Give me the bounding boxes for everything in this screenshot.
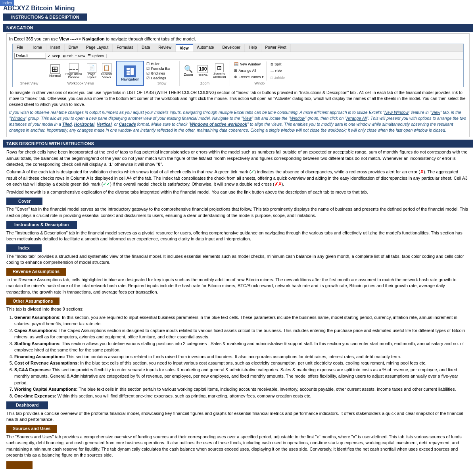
ribbon-tab-powerpivot[interactable]: Power Pivot	[261, 44, 291, 52]
ribbon-tab-formulas[interactable]: Formulas	[113, 44, 138, 52]
revenue-tab-label[interactable]: Revenue Assumptions	[6, 268, 66, 275]
svg-rect-1	[127, 71, 130, 73]
other-section-1: General Assumptions: In this section, yo…	[14, 314, 470, 327]
ribbon-tab-data[interactable]: Data	[138, 44, 154, 52]
cover-tab-description: The "Cover" tab in the financial model s…	[6, 206, 470, 219]
page-break-btn[interactable]: Page BreakPreview	[64, 62, 84, 81]
name-box[interactable]	[14, 53, 46, 59]
ruler-checkbox[interactable]: ☐Ruler	[146, 62, 159, 66]
navigation-italic-text: If you wish to observe real-time changes…	[9, 109, 467, 133]
other-section-7: Working Capital Assumptions: The blue te…	[14, 386, 470, 393]
show-label: Show	[146, 81, 177, 85]
other-tab-intro: This tab is divided into these 9 section…	[6, 306, 470, 312]
page-layout-btn[interactable]: 📄 PageLayout	[85, 62, 98, 81]
arrange-all-btn[interactable]: ⊞Arrange All	[232, 68, 265, 73]
sheet-view-label: Sheet View	[16, 81, 42, 85]
nav-intro-text: In Excel 365 you can use View ---->> Nav…	[9, 36, 467, 42]
ribbon-tab-insert[interactable]: Insert	[46, 44, 65, 52]
other-section-2: Capex Assumptions: The Capex Assumptions…	[14, 327, 470, 340]
zoom-selection-btn[interactable]: ⊡ Zoom toSelection	[211, 63, 227, 80]
ribbon-sheet-view-btns: ✓ Keep ⊠ Exit + New ☰ Options	[48, 54, 107, 58]
bottom-section-partial	[6, 461, 33, 469]
ribbon-tab-help[interactable]: Help	[245, 44, 261, 52]
other-tab-sections-list: General Assumptions: In this section, yo…	[6, 314, 470, 399]
normal-view-btn[interactable]: ⊞ Normal	[48, 63, 62, 79]
ribbon-tab-view[interactable]: View	[176, 44, 193, 52]
hide-btn[interactable]: —Hide	[269, 68, 286, 74]
svg-rect-2	[127, 73, 130, 75]
tab-dashboard-block: Dashboard This tab provides a concise ov…	[6, 401, 470, 422]
tab-instructions-block: Instructions & Description The "Instruct…	[6, 221, 470, 242]
zoom-100-btn[interactable]: 100 100%	[196, 64, 209, 78]
page-title: ABCXYZ Bitcoin Mining	[0, 0, 476, 13]
tabs-para3: Provided herewith is a comprehensive exp…	[6, 189, 470, 195]
sources-tab-label[interactable]: Sources and Uses	[6, 425, 57, 432]
svg-rect-3	[131, 68, 134, 75]
tab-cover-block: Cover The "Cover" tab in the financial m…	[6, 198, 470, 219]
svg-rect-0	[127, 68, 130, 70]
navigation-group: Navigation	[116, 61, 144, 86]
other-section-6: S,G&A Expenses: This section provides fl…	[14, 367, 470, 386]
tab-index-block: Index The "Index tab" provides a structu…	[6, 244, 470, 265]
split-btn[interactable]: ⊠Split	[269, 61, 286, 67]
ribbon-name-area: ✓ Keep ⊠ Exit + New ☰ Options	[13, 52, 463, 60]
tabs-para2: Column A of the each tab is designated f…	[6, 169, 470, 187]
unhide-btn[interactable]: □Unhide	[269, 75, 286, 81]
workbook-views-group: ⊞ Normal Page BreakPreview 📄	[45, 61, 116, 86]
index-tab-description: The "Index tab" provides a structured an…	[6, 253, 470, 266]
ribbon-tab-automate[interactable]: Automate	[193, 44, 219, 52]
instructions-tab-description: The "Instructions & Description" tab in …	[6, 230, 470, 242]
navigation-btn[interactable]: Navigation	[119, 65, 141, 82]
index-tab[interactable]: Index	[0, 0, 14, 6]
tab-other-block: Other Assumptions This tab is divided in…	[6, 298, 470, 399]
ribbon-tab-draw[interactable]: Draw	[65, 44, 82, 52]
revenue-tab-description: In the Revenue Assumptions tab, cells hi…	[6, 277, 470, 295]
exit-btn[interactable]: ⊠ Exit	[63, 54, 73, 58]
sources-tab-description: The "Sources and Uses" tab provides a co…	[6, 434, 470, 459]
tabs-description-header: TABS DESCRIPTON WITH INSTRUCTIONS	[3, 140, 473, 148]
ribbon-tab-review[interactable]: Review	[154, 44, 176, 52]
ribbon-tabs: File Home Insert Draw Page Layout Formul…	[13, 44, 463, 52]
options-btn[interactable]: ☰ Options	[88, 54, 104, 58]
ribbon-content: Sheet View ⊞ Normal	[13, 60, 463, 87]
index-tab-label[interactable]: Index	[6, 244, 42, 252]
zoom-label: Zoom	[182, 81, 227, 85]
workbook-views-label: Workbook Views	[48, 81, 113, 85]
other-section-5: Cost of Revenue Assumptions: In the blue…	[14, 360, 470, 367]
sheet-view-group: Sheet View	[13, 61, 45, 86]
navigation-header: NAVIGATION	[3, 24, 473, 32]
window-label: Windo	[232, 81, 286, 85]
other-section-8: One-time Expenses: Within this section, …	[14, 393, 470, 399]
other-section-3: Staffing Assumptions: This section allow…	[14, 340, 470, 353]
ribbon-tab-home[interactable]: Home	[27, 44, 46, 52]
tabs-section-content: Rows for check cells have been incorpora…	[6, 149, 470, 471]
freeze-panes-btn[interactable]: ❄Freeze Panes ▾	[232, 74, 265, 80]
gridlines-checkbox[interactable]: ☑Gridlines	[146, 71, 165, 75]
ribbon-tab-developer[interactable]: Developer	[218, 44, 245, 52]
new-window-btn[interactable]: 🪟New Window	[232, 61, 265, 67]
other-tab-label[interactable]: Other Assumptions	[6, 298, 60, 305]
zoom-btn[interactable]: 🔍 Zoom	[182, 65, 194, 77]
new-btn[interactable]: + New	[75, 54, 85, 58]
window-group: 🪟New Window ⊞Arrange All ❄Freeze Panes ▾	[230, 61, 289, 86]
tabs-para1: Rows for check cells have been incorpora…	[6, 149, 470, 167]
headings-checkbox[interactable]: ☑Headings	[146, 76, 166, 80]
navigation-body-text: To navigate in other versions of excel y…	[9, 90, 467, 107]
instructions-header: INSTRUCTIONS & DESCRIPTION	[3, 13, 87, 21]
other-section-4: Financing Assumptions: This section cont…	[14, 353, 470, 360]
show-group: ☐Ruler ☑Formula Bar ☑Gridlines ☑Headings	[144, 61, 180, 86]
tab-revenue-block: Revenue Assumptions In the Revenue Assum…	[6, 268, 470, 295]
dashboard-tab-label[interactable]: Dashboard	[6, 401, 48, 409]
ribbon-simulation: File Home Insert Draw Page Layout Formul…	[12, 44, 464, 87]
zoom-group: 🔍 Zoom 100 100% ⊡ Zoom toSelection	[180, 61, 230, 86]
ribbon-tab-file[interactable]: File	[13, 44, 27, 52]
custom-views-btn[interactable]: 📋 CustomViews	[100, 62, 114, 81]
ribbon-tab-pagelayout[interactable]: Page Layout	[82, 44, 113, 52]
formula-bar-checkbox[interactable]: ☑Formula Bar	[146, 67, 171, 71]
tab-sources-block: Sources and Uses The "Sources and Uses" …	[6, 425, 470, 458]
keep-btn[interactable]: ✓ Keep	[48, 54, 60, 58]
dashboard-tab-description: This tab provides a concise overview of …	[6, 411, 470, 423]
cover-tab-label[interactable]: Cover	[6, 198, 42, 205]
instructions-tab-label[interactable]: Instructions & Description	[6, 221, 77, 228]
